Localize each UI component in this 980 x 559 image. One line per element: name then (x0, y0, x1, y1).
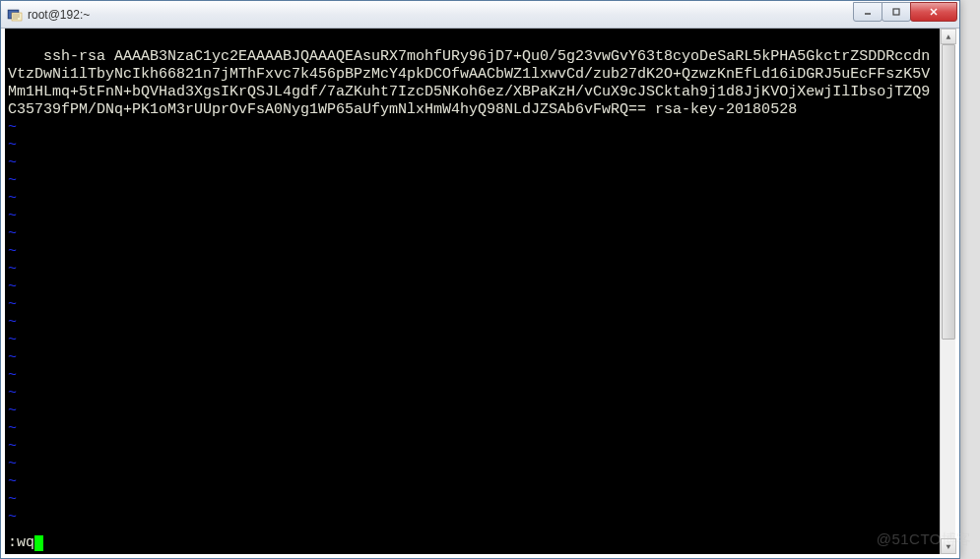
scroll-up-button[interactable]: ▲ (941, 29, 956, 44)
scroll-thumb[interactable] (942, 44, 955, 340)
terminal-window: root@192:~ ssh-rsa AAAAB3NzaC1yc2EAAAABJ… (0, 0, 960, 559)
terminal-area[interactable]: ssh-rsa AAAAB3NzaC1yc2EAAAABJQAAAQEAsuRX… (5, 29, 940, 554)
close-button[interactable] (910, 2, 957, 22)
cursor (34, 535, 43, 551)
ssh-key-content: ssh-rsa AAAAB3NzaC1yc2EAAAABJQAAAQEAsuRX… (8, 48, 930, 118)
vim-command: :wq (8, 534, 34, 551)
window-title: root@192:~ (28, 8, 854, 22)
scrollbar[interactable]: ▲ ▼ (940, 29, 955, 554)
vim-empty-lines: ~~~~~~~~~~~~~~~~~~~~~~~ (8, 119, 937, 527)
window-controls (854, 2, 957, 22)
svg-rect-7 (893, 9, 899, 15)
vim-command-line[interactable]: :wq (8, 534, 43, 552)
titlebar[interactable]: root@192:~ (1, 1, 959, 29)
minimize-button[interactable] (853, 2, 882, 22)
maximize-button[interactable] (882, 2, 911, 22)
putty-icon (7, 7, 23, 23)
watermark: @51CTO博客 (877, 530, 972, 549)
